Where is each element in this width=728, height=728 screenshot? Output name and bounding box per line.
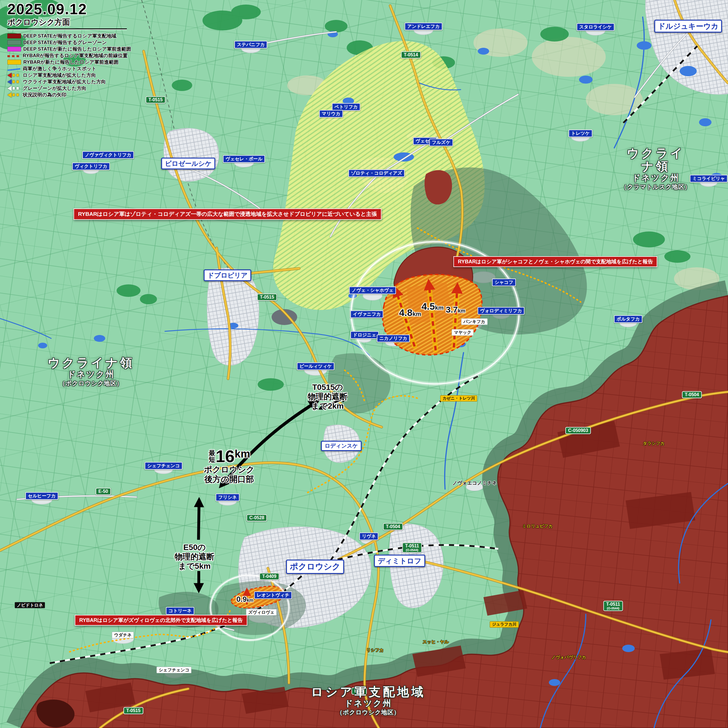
legend-swatch — [8, 60, 21, 64]
page-title: ポクロウシク方面 — [8, 17, 127, 27]
situation-map: ドルジュキーウカビロゼールシケドブロピリアポクロウシクディミトロフロディンスケス… — [0, 0, 728, 728]
legend-label: RYBARが新たに報告したロシア軍前進範囲 — [23, 59, 119, 66]
legend-item: グレーゾーンが拡大した方向 — [8, 85, 131, 92]
legend-swatch — [8, 55, 20, 57]
arrow-icon — [8, 73, 12, 78]
legend-swatch — [8, 86, 20, 90]
legend-item: DEEP STATEが新たに報告したロシア軍前進範囲 — [8, 46, 131, 52]
gap-unit: km — [235, 448, 250, 460]
legend-swatch — [8, 47, 21, 52]
legend-label: 状況説明の為の矢印 — [23, 92, 67, 98]
map-date: 2025.09.12 — [8, 2, 127, 17]
legend-item: DEEP STATEが報告するロシア軍支配地域 — [8, 33, 131, 39]
arrow-icon — [8, 80, 12, 84]
legend-item: 状況説明の為の矢印 — [8, 92, 131, 98]
arrow-icon — [8, 86, 12, 91]
legend-item: ウクライナ軍支配地域が拡大した方向 — [8, 78, 131, 85]
legend-label: 両軍が激しく争うホットスポット — [23, 66, 96, 72]
arrow-tail-icon — [12, 81, 20, 83]
legend-item: ロシア軍支配地域が拡大した方向 — [8, 72, 131, 78]
arrow-tail-icon — [12, 93, 20, 96]
gap-prefix: 最短 — [208, 450, 216, 463]
legend-item: DEEP STATEが報告するグレーゾーン — [8, 39, 131, 46]
gap-annotation: 最短16km ポクロウシク 後方の開口部 — [204, 448, 254, 484]
legend-label: RYBARが報告するロシア軍支配地域の前線位置 — [23, 52, 128, 59]
legend-label: DEEP STATEが報告するロシア軍支配地域 — [23, 33, 116, 39]
legend: DEEP STATEが報告するロシア軍支配地域 DEEP STATEが報告するグ… — [8, 33, 131, 98]
gap-description: ポクロウシク 後方の開口部 — [204, 465, 254, 484]
legend-swatch — [8, 80, 20, 84]
legend-swatch — [8, 34, 21, 38]
gap-value: 16 — [216, 447, 235, 466]
legend-label: DEEP STATEが新たに報告したロシア軍前進範囲 — [23, 46, 131, 52]
legend-item: RYBARが報告するロシア軍支配地域の前線位置 — [8, 52, 131, 59]
legend-label: DEEP STATEが報告するグレーゾーン — [23, 39, 107, 46]
arrow-icon — [8, 92, 12, 98]
legend-swatch — [8, 68, 20, 71]
legend-item: RYBARが新たに報告したロシア軍前進範囲 — [8, 59, 131, 66]
arrow-tail-icon — [12, 87, 20, 90]
gap-headline: 最短16km — [204, 448, 254, 464]
header: 2025.09.12 ポクロウシク方面 — [8, 2, 127, 29]
legend-swatch — [8, 73, 20, 77]
legend-item: 両軍が激しく争うホットスポット — [8, 66, 131, 72]
legend-swatch — [8, 40, 21, 45]
legend-swatch — [8, 93, 20, 97]
title-divider — [8, 28, 127, 29]
arrow-tail-icon — [12, 74, 20, 76]
legend-label: ロシア軍支配地域が拡大した方向 — [23, 72, 96, 78]
legend-label: ウクライナ軍支配地域が拡大した方向 — [23, 78, 106, 85]
map-canvas — [0, 0, 728, 728]
legend-label: グレーゾーンが拡大した方向 — [23, 85, 86, 92]
